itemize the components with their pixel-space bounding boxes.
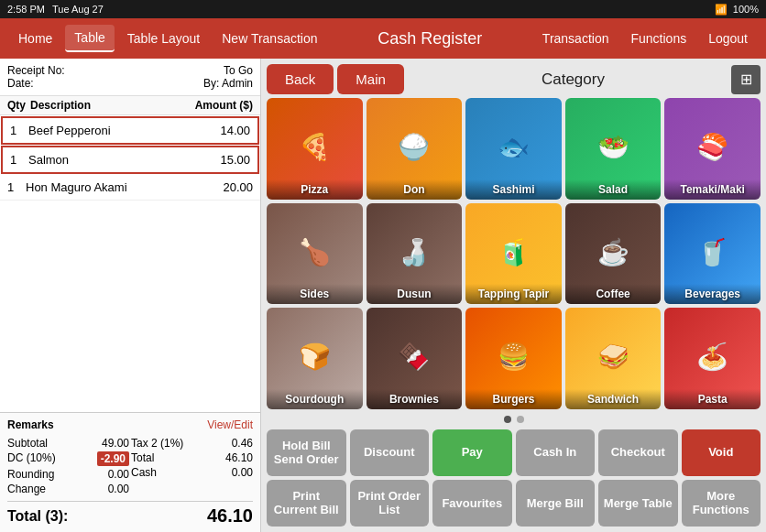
tax2-value: 0.46	[232, 437, 253, 450]
subtotal-row: Subtotal 49.00	[7, 437, 129, 450]
cash-in-button[interactable]: Cash In	[516, 429, 596, 476]
receipt-panel: Receipt No: Date: To Go By: Admin Qty De…	[0, 59, 261, 532]
app-title: Cash Register	[378, 29, 482, 49]
category-don[interactable]: 🍚 Don	[367, 98, 463, 200]
nav-new-transaction[interactable]: New Transaction	[213, 25, 326, 52]
top-nav: Home Table Table Layout New Transaction …	[0, 18, 766, 59]
category-grid: 🍕 Pizza 🍚 Don 🐟 Sashimi 🥗 Salad 🍣 Temaki…	[261, 94, 766, 413]
receipt-date-label: Date:	[7, 77, 65, 90]
category-label: Category	[415, 71, 731, 89]
wifi-icon: 📶	[715, 4, 728, 16]
merge-table-button[interactable]: Merge Table	[598, 480, 678, 527]
item-1-qty: 1	[10, 124, 28, 137]
category-dusun[interactable]: 🍶 Dusun	[367, 203, 463, 305]
by-admin-label: By: Admin	[203, 77, 253, 90]
rounding-value: 0.00	[108, 468, 129, 481]
item-2-qty: 1	[10, 153, 28, 167]
grand-total-row: Total (3): 46.10	[7, 501, 253, 527]
checkout-button[interactable]: Checkout	[598, 429, 678, 476]
category-tapping-tapir[interactable]: 🧃 Tapping Tapir	[465, 203, 562, 305]
receipt-header: Receipt No: Date: To Go By: Admin	[0, 59, 260, 96]
category-sides[interactable]: 🍗 Sides	[267, 203, 363, 305]
receipt-columns: Qty Description Amount ($)	[0, 96, 260, 115]
nav-table-layout[interactable]: Table Layout	[118, 25, 209, 52]
battery: 100%	[733, 4, 759, 15]
category-beverages[interactable]: 🥤 Beverages	[664, 203, 761, 305]
pagination	[261, 413, 766, 426]
change-label: Change	[7, 483, 46, 495]
category-brownies[interactable]: 🍫 Brownies	[367, 308, 463, 409]
category-burgers[interactable]: 🍔 Burgers	[465, 308, 562, 409]
back-button[interactable]: Back	[267, 64, 334, 94]
receipt-item-3[interactable]: 1 Hon Maguro Akami 20.00	[0, 175, 260, 201]
print-current-bill-button[interactable]: Print Current Bill	[267, 480, 346, 527]
col-qty: Qty	[7, 99, 30, 112]
category-pizza[interactable]: 🍕 Pizza	[267, 98, 363, 200]
category-temaki[interactable]: 🍣 Temaki/Maki	[664, 98, 761, 200]
category-pasta[interactable]: 🍝 Pasta	[664, 308, 761, 409]
more-functions-button[interactable]: More Functions	[682, 480, 761, 527]
pay-button[interactable]: Pay	[432, 429, 512, 476]
receipt-footer: Remarks View/Edit Subtotal 49.00 DC (10%…	[0, 412, 260, 532]
merge-bill-button[interactable]: Merge Bill	[516, 480, 596, 527]
subtotal-value: 49.00	[102, 437, 129, 450]
date: Tue Aug 27	[52, 4, 104, 15]
cash-label: Cash	[131, 466, 157, 479]
to-go-label: To Go	[224, 64, 253, 77]
total-row-label: Total	[131, 451, 154, 464]
category-sashimi[interactable]: 🐟 Sashimi	[465, 98, 562, 200]
item-1-desc: Beef Pepperoni	[28, 124, 191, 137]
action-buttons-row1: Hold BillSend Order Discount Pay Cash In…	[261, 426, 766, 480]
time: 2:58 PM	[7, 4, 45, 15]
top-action-row: Back Main Category ⊞	[261, 59, 766, 94]
discount-button[interactable]: Discount	[350, 429, 430, 476]
print-order-list-button[interactable]: Print Order List	[350, 480, 430, 527]
category-salad[interactable]: 🥗 Salad	[565, 98, 662, 200]
dot-2[interactable]	[517, 416, 524, 423]
nav-right: Transaction Functions Logout	[533, 26, 757, 51]
receipt-item-1[interactable]: 1 Beef Pepperoni 14.00	[1, 116, 259, 145]
nav-left: Home Table Table Layout New Transaction	[9, 25, 327, 52]
action-buttons-row2: Print Current Bill Print Order List Favo…	[261, 480, 766, 532]
receipt-items: 1 Beef Pepperoni 14.00 1 Salmon 15.00 1 …	[0, 115, 260, 412]
main-layout: Receipt No: Date: To Go By: Admin Qty De…	[0, 59, 766, 532]
main-button[interactable]: Main	[337, 64, 404, 94]
nav-functions[interactable]: Functions	[621, 26, 695, 51]
nav-home[interactable]: Home	[9, 25, 61, 52]
favourites-button[interactable]: Favourites	[432, 480, 512, 527]
dc-row: DC (10%) -2.90	[7, 451, 129, 466]
cash-value: 0.00	[232, 466, 253, 479]
dc-label: DC (10%)	[7, 451, 56, 466]
item-3-desc: Hon Maguro Akami	[26, 180, 193, 194]
category-sourdough[interactable]: 🍞 Sourdough	[267, 308, 363, 409]
col-amt: Amount ($)	[189, 99, 253, 112]
view-edit-link[interactable]: View/Edit	[207, 418, 253, 431]
rounding-row: Rounding 0.00	[7, 468, 129, 481]
item-3-amt: 20.00	[193, 180, 253, 194]
total-label-row: Total 46.10	[131, 451, 253, 464]
tax2-row: Tax 2 (1%) 0.46	[131, 437, 253, 450]
grand-total-label: Total (3):	[7, 508, 68, 525]
dot-1[interactable]	[504, 416, 511, 423]
change-row: Change 0.00	[7, 483, 129, 495]
remarks-label: Remarks	[7, 418, 54, 431]
category-sandwich[interactable]: 🥪 Sandwich	[565, 308, 662, 409]
receipt-no-label: Receipt No:	[7, 64, 65, 77]
status-bar: 2:58 PM Tue Aug 27 📶 100%	[0, 0, 766, 18]
change-value: 0.00	[108, 483, 129, 495]
grand-total-amount: 46.10	[207, 505, 253, 527]
item-1-amt: 14.00	[191, 124, 250, 137]
receipt-item-2[interactable]: 1 Salmon 15.00	[1, 146, 259, 174]
dc-value: -2.90	[97, 451, 129, 466]
total-row-value: 46.10	[225, 451, 253, 464]
col-desc: Description	[30, 99, 189, 112]
nav-transaction[interactable]: Transaction	[533, 26, 618, 51]
hold-bill-button[interactable]: Hold BillSend Order	[267, 429, 346, 476]
item-3-qty: 1	[7, 180, 26, 194]
nav-logout[interactable]: Logout	[699, 26, 757, 51]
void-button[interactable]: Void	[682, 429, 761, 476]
nav-table[interactable]: Table	[65, 25, 114, 52]
rounding-label: Rounding	[7, 468, 54, 481]
filter-icon[interactable]: ⊞	[731, 65, 761, 94]
category-coffee[interactable]: ☕ Coffee	[565, 203, 662, 305]
